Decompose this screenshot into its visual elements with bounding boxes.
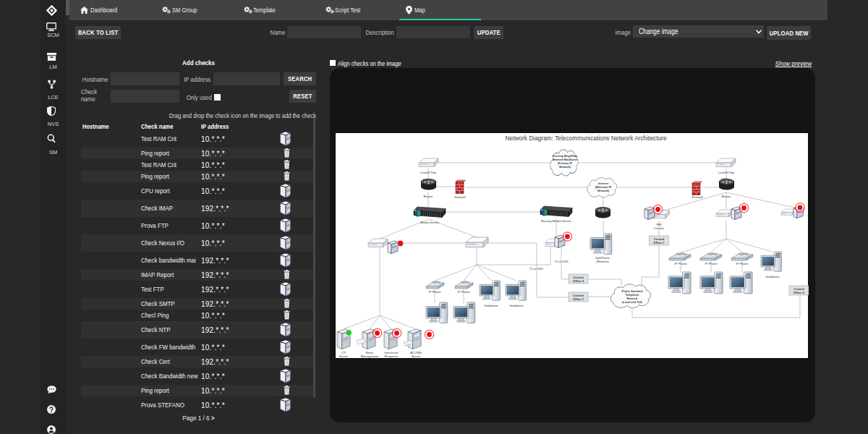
svg-text:Network Diagram: Telecommunica: Network Diagram: Telecommunications Netw…	[506, 135, 667, 142]
svg-text:Firewall: Firewall	[454, 195, 465, 199]
svg-text:(Primary IP: (Primary IP	[558, 162, 573, 165]
svg-text:Existing MegaPath: Existing MegaPath	[553, 155, 577, 158]
svg-text:Backup Media Server: Backup Media Server	[541, 219, 572, 223]
svg-text:Internet: Internet	[598, 182, 609, 185]
svg-text:Network: Network	[627, 297, 639, 300]
svg-text:(Alternate IP: (Alternate IP	[595, 186, 612, 189]
svg-text:Firewall: Firewall	[692, 195, 702, 199]
svg-text:Telephone: Telephone	[626, 294, 639, 297]
svg-text:Server: Server	[412, 354, 421, 358]
svg-text:Softphone: Softphone	[484, 304, 498, 307]
svg-text:Office 2: Office 2	[793, 291, 805, 294]
svg-text:Office 1: Office 1	[573, 297, 584, 301]
svg-text:T1 or DS3: T1 or DS3	[529, 267, 543, 271]
svg-text:Media Server: Media Server	[420, 221, 440, 224]
svg-text:Public Switched: Public Switched	[621, 290, 643, 293]
svg-text:IP Phone: IP Phone	[736, 262, 749, 265]
svg-text:IP Phone: IP Phone	[705, 262, 718, 265]
svg-text:Circuits: Circuits	[654, 226, 664, 230]
svg-text:Level3 Pop: Level3 Pop	[420, 171, 437, 174]
svg-text:Softphone: Softphone	[765, 275, 780, 278]
svg-text:(Local and Toll): (Local and Toll)	[622, 301, 643, 304]
svg-text:DS3: DS3	[423, 178, 430, 182]
svg-text:Office 2: Office 2	[573, 279, 584, 283]
svg-text:Response: Response	[385, 354, 399, 358]
svg-text:IP Phone: IP Phone	[428, 290, 441, 294]
svg-text:Router: Router	[423, 195, 433, 198]
svg-text:Network): Network)	[559, 166, 571, 169]
svg-text:Network): Network)	[597, 190, 610, 192]
svg-text:(Remote): (Remote)	[596, 260, 609, 263]
svg-text:T1 or DS3: T1 or DS3	[554, 260, 569, 263]
svg-text:DS3: DS3	[721, 177, 728, 181]
svg-text:Management: Management	[361, 354, 379, 358]
svg-text:IP Phone: IP Phone	[674, 262, 687, 265]
svg-text:Office 1: Office 1	[653, 241, 665, 244]
svg-text:IP Phone: IP Phone	[457, 290, 470, 294]
svg-text:Router: Router	[721, 195, 731, 198]
svg-text:Network Backbone: Network Backbone	[553, 158, 577, 161]
svg-text:Level3 Pop: Level3 Pop	[718, 171, 735, 174]
svg-text:Softphone: Softphone	[509, 304, 524, 307]
svg-text:Server: Server	[339, 354, 349, 358]
